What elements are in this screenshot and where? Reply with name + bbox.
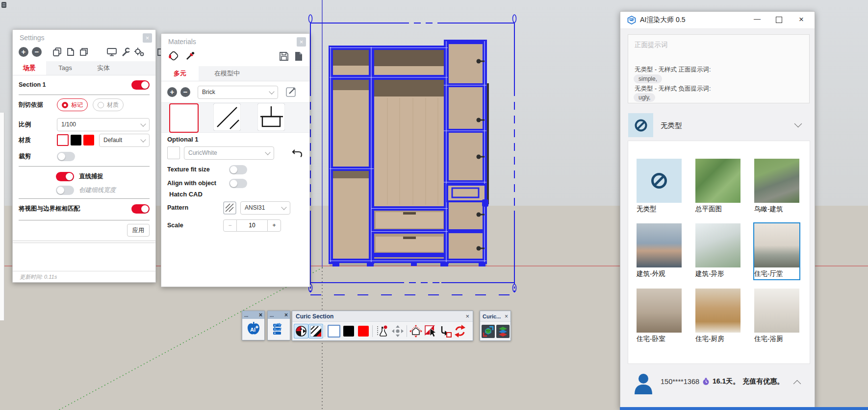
clip-toggle[interactable]: [57, 152, 75, 161]
account-bar[interactable]: 150****1368 16.1天。 充值有优惠。: [620, 369, 815, 398]
tab-entity[interactable]: 实体: [84, 61, 123, 75]
radio-material[interactable]: 材质: [93, 98, 124, 111]
thin-line-toggle[interactable]: [56, 186, 74, 195]
pattern-select[interactable]: ANSI31: [240, 201, 290, 215]
style-thumbnail-selected[interactable]: 住宅-厅堂: [754, 223, 799, 279]
close-icon[interactable]: ×: [143, 33, 152, 43]
white-fill-swatch[interactable]: [327, 324, 341, 338]
white-swatch[interactable]: [57, 134, 69, 146]
swatch-brick[interactable]: [257, 103, 285, 131]
scale-select[interactable]: 1/100: [57, 118, 150, 131]
wrench-icon[interactable]: [121, 47, 130, 57]
move-tool-icon[interactable]: [390, 324, 405, 338]
gear-icon[interactable]: [134, 47, 145, 57]
red-fill-swatch[interactable]: [356, 324, 371, 338]
new-file-icon[interactable]: [294, 51, 304, 62]
section-name: Section 1: [19, 81, 46, 88]
material-select[interactable]: Default: [99, 134, 150, 147]
no-symbol-icon: [634, 119, 648, 132]
style-thumbnail[interactable]: 建筑-外观: [637, 223, 682, 278]
tab-tags[interactable]: Tags: [46, 61, 84, 75]
paint-bucket-icon[interactable]: [167, 50, 179, 62]
red-swatch[interactable]: [83, 135, 94, 145]
minimize-icon[interactable]: —: [754, 15, 761, 23]
swatch-blank-selected[interactable]: [169, 103, 199, 133]
style-thumbnail[interactable]: 鸟瞰-建筑: [754, 159, 799, 214]
remove-scene-button[interactable]: −: [32, 47, 42, 57]
maximize-icon[interactable]: [776, 17, 782, 23]
settings-panel-title: Settings: [20, 34, 45, 42]
svg-text:AI: AI: [250, 327, 255, 333]
curic-section-title: Curic Section: [296, 313, 333, 320]
collection-select[interactable]: Brick: [198, 86, 278, 99]
section-flask-icon[interactable]: [376, 324, 390, 338]
undo-icon[interactable]: [291, 147, 304, 158]
sketchup-viewport: Settings × + − 场景 Tags 实体 Section 1: [0, 0, 868, 410]
section-fill-style-icon[interactable]: [308, 324, 323, 338]
pattern-swatch[interactable]: [223, 201, 236, 215]
close-icon[interactable]: ×: [799, 15, 804, 24]
cut-basis-label: 剖切依据: [19, 101, 52, 109]
category-selector[interactable]: 无类型: [620, 110, 815, 140]
collapsed-panel-edge[interactable]: [0, 113, 4, 320]
line-snap-label: 直线捕捉: [79, 172, 103, 181]
duplicate-icon[interactable]: [79, 47, 89, 57]
tab-multi[interactable]: 多元: [161, 66, 199, 81]
remove-material-button[interactable]: −: [180, 87, 190, 97]
style-thumbnail[interactable]: 建筑-异形: [695, 223, 740, 278]
curic-cube-tool-icon[interactable]: [482, 325, 495, 338]
style-thumbnail[interactable]: 无类型: [637, 159, 682, 214]
clip-label: 裁剪: [19, 152, 52, 161]
style-thumbnail[interactable]: 总平面图: [695, 159, 740, 214]
add-material-button[interactable]: +: [167, 87, 177, 97]
black-swatch[interactable]: [71, 135, 81, 145]
radio-tag[interactable]: 标记: [57, 98, 88, 111]
scale-value-input[interactable]: 10: [237, 219, 267, 232]
scale-increment-button[interactable]: +: [267, 219, 281, 232]
align-object-toggle[interactable]: [229, 179, 247, 188]
chevron-up-icon[interactable]: [793, 380, 801, 388]
paste-icon[interactable]: [66, 47, 76, 57]
optional-material-select[interactable]: CuricWhite: [184, 146, 274, 160]
edit-icon[interactable]: [285, 86, 298, 98]
close-icon[interactable]: ×: [465, 313, 469, 320]
style-thumbnail[interactable]: 住宅-厨房: [695, 289, 740, 343]
line-snap-toggle[interactable]: [56, 172, 74, 181]
style-thumbnail[interactable]: 住宅-卧室: [637, 289, 682, 343]
server-sync-icon[interactable]: [271, 321, 287, 337]
refresh-icon[interactable]: [453, 324, 467, 338]
texture-fit-label: Texture fit size: [167, 166, 222, 173]
eyedropper-icon[interactable]: [184, 50, 196, 62]
black-fill-swatch[interactable]: [341, 324, 356, 338]
match-view-toggle[interactable]: [131, 204, 150, 214]
apply-button[interactable]: 应用: [127, 224, 150, 237]
texture-fit-toggle[interactable]: [229, 165, 247, 174]
account-promo: 充值有优惠。: [742, 377, 784, 386]
curic-layers-tool-icon[interactable]: [496, 325, 510, 338]
swatch-diagonal[interactable]: [213, 103, 241, 131]
section-tool-icon[interactable]: A: [294, 324, 308, 338]
tab-in-model[interactable]: 在模型中: [199, 66, 255, 81]
cube-logo-icon: [627, 16, 636, 24]
add-scene-button[interactable]: +: [19, 47, 28, 57]
tab-scene[interactable]: 场景: [13, 61, 46, 75]
copy-icon[interactable]: [52, 47, 62, 57]
ai-apple-icon[interactable]: AI: [246, 320, 261, 337]
scale-decrement-button[interactable]: −: [223, 219, 237, 232]
section-toggle[interactable]: [131, 80, 150, 90]
prompt-textarea[interactable]: 正面提示词 无类型 - 无样式 正面提示词: simple, 无类型 - 无样式…: [628, 34, 810, 103]
optional-color-swatch[interactable]: [167, 146, 180, 159]
save-icon[interactable]: [279, 51, 289, 62]
update-section-icon[interactable]: [438, 324, 453, 338]
toolbar-drag-dots[interactable]: ...: [244, 313, 248, 318]
close-icon[interactable]: ×: [297, 37, 306, 47]
wardrobe-model[interactable]: [329, 40, 489, 266]
style-thumbnail[interactable]: 住宅-浴厕: [754, 289, 799, 343]
close-icon[interactable]: ×: [505, 313, 508, 320]
bottom-window-edge: [620, 407, 868, 410]
section-group-house-icon[interactable]: [408, 324, 423, 338]
app-icon: [1, 1, 7, 8]
section-cut-cursor-icon[interactable]: [423, 324, 438, 338]
toolbar-drag-dots[interactable]: ...: [270, 313, 274, 318]
monitor-icon[interactable]: [106, 47, 117, 57]
